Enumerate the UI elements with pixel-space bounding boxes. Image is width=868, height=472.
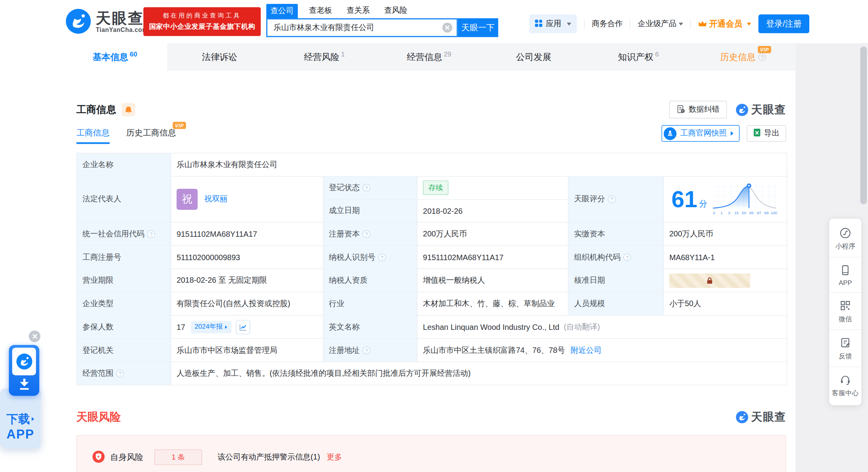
tianyan-score-cell[interactable]: 61 分 [664, 176, 787, 222]
feedback-icon [839, 336, 851, 349]
tab-business-info[interactable]: 经营信息 29 [377, 43, 481, 71]
subtab-business-info[interactable]: 工商信息 [76, 128, 109, 144]
chevron-down-icon [567, 23, 571, 25]
legal-representative-cell: 祝 祝双丽 [171, 176, 323, 222]
divider [630, 19, 630, 28]
login-register-button[interactable]: 登录/注册 [759, 14, 810, 33]
toolbar-item-app[interactable]: APP [829, 257, 861, 292]
svg-text:0: 0 [713, 211, 715, 215]
english-name: Leshan Linquan Wood Industry Co., Ltd [423, 322, 559, 331]
avatar[interactable]: 祝 [176, 189, 197, 210]
score-distribution-chart: 0 1 3 15 50 85 97 99 100 [712, 181, 778, 217]
field-label: 天眼评分? [569, 176, 664, 222]
search-tab-risk[interactable]: 查风险 [384, 5, 408, 18]
field-label: 核准日期 [569, 269, 664, 292]
subtab-history-business-info[interactable]: VIP 历史工商信息 [126, 128, 176, 144]
credit-code-value: 91511102MA68Y11A17 [171, 222, 323, 245]
tab-intellectual-property[interactable]: 知识产权 6 [586, 43, 691, 71]
trend-chart-button[interactable] [236, 320, 250, 334]
table-row: 经营范围? 人造板生产、加工、销售。(依法须经批准的项目,经相关部门批准后方可开… [77, 362, 787, 385]
annual-report-badge[interactable]: 2024年报 [191, 321, 232, 333]
risk-panel: 自身风险 1 条 该公司有动产抵押警示信息(1) 更多 [76, 435, 786, 472]
legal-representative-link[interactable]: 祝双丽 [204, 194, 228, 204]
app-label: APP [7, 427, 34, 442]
clear-search-icon[interactable] [442, 23, 452, 33]
correction-label: 数据纠错 [688, 105, 720, 115]
miniprogram-icon [839, 227, 851, 239]
download-arrow-icon [23, 379, 25, 382]
watermark-label: 天眼查 [751, 102, 786, 117]
risk-more-link[interactable]: 更多 [327, 452, 342, 462]
search-tabs: 查公司 查老板 查关系 查风险 [266, 4, 498, 18]
app-download-card[interactable]: 下载 APP [0, 389, 41, 449]
search-tab-company[interactable]: 查公司 [266, 4, 298, 18]
table-row: 参保人数 17 2024年报 英文名称 Leshan Linquan Wood … [77, 315, 787, 339]
tab-company-development[interactable]: 公司发展 [481, 43, 586, 71]
field-label: 企业类型 [77, 292, 171, 315]
toolbar-item-feedback[interactable]: 反馈 [829, 329, 861, 366]
self-risk-label: 自身风险 [110, 452, 143, 463]
subscribe-bell-icon[interactable] [122, 103, 135, 116]
site-logo[interactable]: 天眼查 TianYanCha.com [65, 8, 148, 36]
score-unit: 分 [699, 199, 707, 209]
divider [584, 19, 585, 28]
export-button[interactable]: 导出 [747, 125, 786, 142]
snapshot-label: 工商官网快照 [680, 129, 727, 139]
toolbar-label: 反馈 [839, 352, 852, 361]
company-type-value: 有限责任公司(自然人投资或控股) [171, 292, 323, 315]
tab-history-info[interactable]: VIP 历史信息 ? [691, 43, 796, 71]
svg-text:85: 85 [749, 211, 754, 215]
auto-translate-note: (自动翻译) [564, 322, 600, 332]
crown-icon [698, 19, 707, 28]
risk-shield-icon [92, 450, 104, 464]
line-chart-icon [239, 323, 247, 331]
locked-value[interactable] [669, 273, 750, 288]
close-icon[interactable] [29, 331, 40, 342]
field-label: 注册地址? [323, 339, 417, 361]
enterprise-label: 企业级产品 [638, 19, 677, 29]
tab-basic-info[interactable]: 基本信息 60 [63, 43, 167, 71]
tab-label: 基本信息 [93, 51, 128, 63]
data-correction-button[interactable]: 数据纠错 [669, 101, 727, 118]
nearby-companies-link[interactable]: 附近公司 [570, 345, 602, 355]
search-input[interactable] [266, 18, 458, 37]
search-tab-boss[interactable]: 查老板 [309, 5, 332, 18]
tab-operational-risk[interactable]: 经营风险 1 [272, 43, 377, 71]
nav-enterprise-products[interactable]: 企业级产品 [638, 19, 683, 29]
search-tab-relation[interactable]: 查关系 [347, 5, 370, 18]
logo-subtitle: TianYanCha.com [96, 26, 148, 33]
toolbar-label: 微信 [839, 314, 852, 324]
risk-count-badge[interactable]: 1 条 [155, 449, 202, 465]
field-label: 工商注册号 [77, 246, 171, 268]
svg-text:15: 15 [734, 211, 739, 215]
registration-number-value: 511102000009893 [171, 246, 323, 268]
business-info-table: 企业名称 乐山市林泉木业有限责任公司 法定代表人 祝 祝双丽 登记状态? 存续 [76, 153, 787, 385]
wechat-qr-icon [839, 299, 851, 312]
stamp-icon [664, 127, 676, 140]
registration-status-value: 存续 [417, 176, 569, 199]
business-scope-value: 人造板生产、加工、销售。(依法须经批准的项目,经相关部门批准后方可开展经营活动) [171, 362, 787, 385]
scrollbar-thumb[interactable] [860, 46, 867, 204]
tianyancha-watermark: 天眼查 [736, 102, 786, 117]
official-snapshot-button[interactable]: 工商官网快照 [662, 125, 739, 142]
field-label: 法定代表人 [77, 176, 171, 222]
svg-text:3: 3 [728, 211, 730, 215]
arrow-right-icon [225, 325, 227, 329]
apps-menu[interactable]: 应用 [529, 14, 577, 33]
arrow-right-icon [731, 131, 733, 136]
help-icon: ? [608, 195, 616, 203]
nav-open-vip[interactable]: 开通会员 [698, 19, 751, 29]
headset-icon [839, 374, 851, 386]
field-label: 成立日期 [323, 199, 417, 222]
established-date-value: 2018-02-26 [417, 199, 569, 222]
toolbar-item-service[interactable]: 客服中心 [829, 366, 861, 403]
nav-business-coop[interactable]: 商务合作 [592, 19, 623, 29]
search-button[interactable]: 天眼一下 [458, 18, 498, 37]
toolbar-item-miniprogram[interactable]: 小程序 [829, 220, 861, 257]
field-label: 行业 [323, 292, 417, 315]
app-download-widget: 下载 APP [0, 331, 50, 453]
org-code-value: MA68Y11A-1 [664, 246, 787, 268]
tab-legal-proceedings[interactable]: 法律诉讼 [167, 43, 272, 71]
toolbar-item-wechat[interactable]: 微信 [829, 292, 861, 329]
help-icon: ? [363, 346, 370, 354]
